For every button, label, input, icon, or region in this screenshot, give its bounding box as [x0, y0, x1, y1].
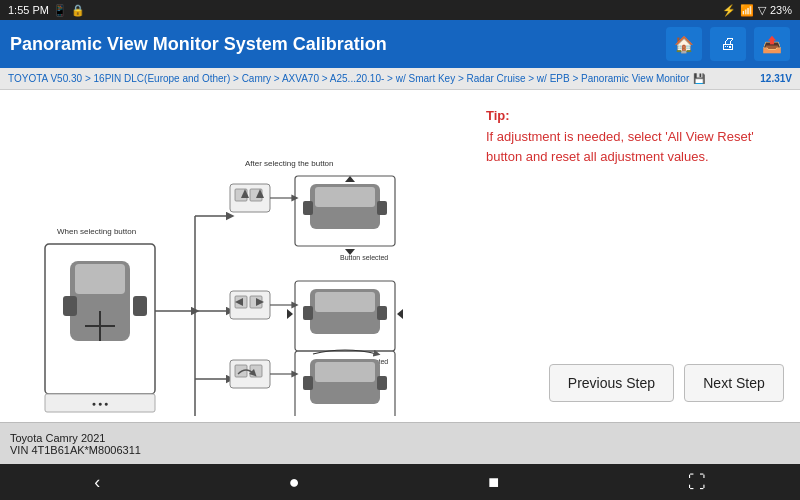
svg-marker-42: [287, 309, 293, 319]
svg-rect-27: [377, 201, 387, 215]
svg-rect-4: [63, 296, 77, 316]
svg-rect-39: [315, 292, 375, 312]
svg-text:● ● ●: ● ● ●: [92, 400, 109, 407]
vin-number: VIN 4T1B61AK*M8006311: [10, 444, 790, 456]
lock-icon: 🔒: [71, 4, 85, 17]
tablet-icon: 📱: [53, 4, 67, 17]
breadcrumb-text: TOYOTA V50.30 > 16PIN DLC(Europe and Oth…: [8, 73, 689, 84]
svg-rect-25: [315, 187, 375, 207]
svg-rect-5: [133, 296, 147, 316]
footer: Toyota Camry 2021 VIN 4T1B61AK*M8006311: [0, 422, 800, 464]
diagram-area: When selecting button ● ● ●: [0, 90, 470, 422]
nav-recent-button[interactable]: ■: [468, 468, 519, 497]
nav-bar: ‹ ● ■ ⛶: [0, 464, 800, 500]
status-bar-left: 1:55 PM 📱 🔒: [8, 4, 85, 17]
svg-rect-40: [303, 306, 313, 320]
battery-display: 23%: [770, 4, 792, 16]
car-model: Toyota Camry 2021: [10, 432, 790, 444]
breadcrumb: TOYOTA V50.30 > 16PIN DLC(Europe and Oth…: [0, 68, 800, 90]
svg-marker-43: [397, 309, 403, 319]
sd-card-icon: 💾: [693, 73, 705, 84]
print-button[interactable]: 🖨: [710, 27, 746, 61]
nav-back-button[interactable]: ‹: [74, 468, 120, 497]
calibration-diagram: When selecting button ● ● ●: [15, 96, 455, 416]
svg-rect-51: [315, 362, 375, 382]
svg-rect-41: [377, 306, 387, 320]
status-bar: 1:55 PM 📱 🔒 ⚡ 📶 ▽ 23%: [0, 0, 800, 20]
status-bar-right: ⚡ 📶 ▽ 23%: [722, 4, 792, 17]
nav-home-button[interactable]: ●: [269, 468, 320, 497]
header-icons: 🏠 🖨 📤: [666, 27, 790, 61]
next-step-button[interactable]: Next Step: [684, 364, 784, 402]
tip-label: Tip:: [486, 108, 784, 123]
svg-rect-52: [303, 376, 313, 390]
svg-text:Button selected: Button selected: [340, 254, 388, 261]
svg-rect-53: [377, 376, 387, 390]
bluetooth-icon: ⚡: [722, 4, 736, 17]
svg-rect-26: [303, 201, 313, 215]
signal-icon: ▽: [758, 4, 766, 17]
previous-step-button[interactable]: Previous Step: [549, 364, 674, 402]
svg-marker-28: [345, 176, 355, 182]
main-content: When selecting button ● ● ●: [0, 90, 800, 422]
tip-text: If adjustment is needed, select 'All Vie…: [486, 127, 784, 166]
svg-rect-47: [250, 365, 262, 377]
nav-fullscreen-button[interactable]: ⛶: [668, 468, 726, 497]
svg-rect-3: [75, 264, 125, 294]
home-button[interactable]: 🏠: [666, 27, 702, 61]
time-display: 1:55 PM: [8, 4, 49, 16]
info-area: Tip: If adjustment is needed, select 'Al…: [470, 90, 800, 422]
action-buttons: Previous Step Next Step: [486, 364, 784, 402]
voltage-display: 12.31V: [760, 73, 792, 84]
wifi-icon: 📶: [740, 4, 754, 17]
svg-text:When selecting button: When selecting button: [57, 227, 136, 236]
header: Panoramic View Monitor System Calibratio…: [0, 20, 800, 68]
export-button[interactable]: 📤: [754, 27, 790, 61]
page-title: Panoramic View Monitor System Calibratio…: [10, 34, 387, 55]
tip-section: Tip: If adjustment is needed, select 'Al…: [486, 108, 784, 166]
svg-text:After selecting the button: After selecting the button: [245, 159, 334, 168]
